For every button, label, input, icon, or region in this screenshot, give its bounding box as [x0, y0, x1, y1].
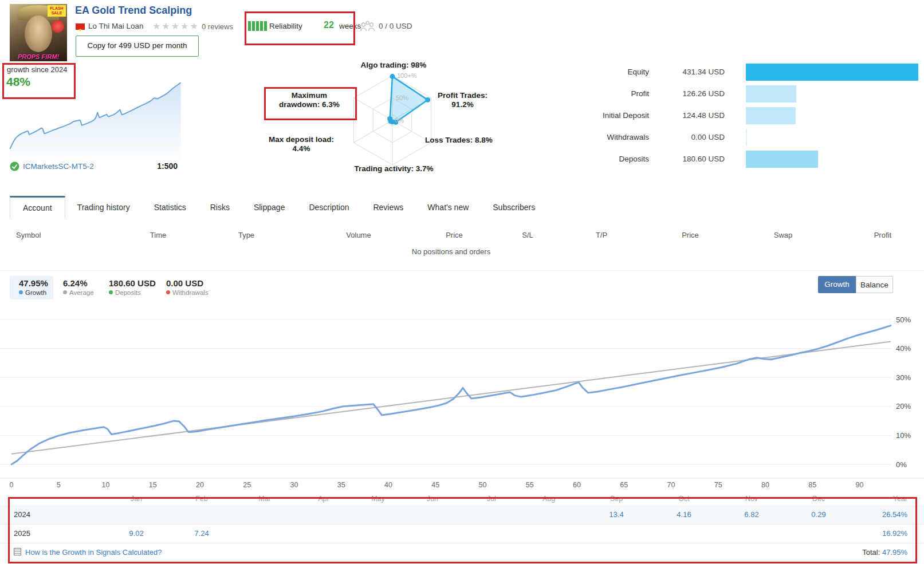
stat-label-withdrawals: Withdrawals: [166, 289, 209, 296]
subscribers-count: 0 / 0 USD: [379, 22, 412, 30]
tab-subscribers[interactable]: Subscribers: [481, 196, 547, 218]
verified-check-icon: [10, 161, 19, 171]
row-year-label: 2024: [14, 505, 30, 524]
signal-avatar[interactable]: FLASH SALE PROPS FIRM!: [10, 4, 67, 61]
equity-row-label: Withdrawals: [607, 129, 649, 146]
month-header-nov: Nov: [745, 495, 758, 503]
month-header-aug: Aug: [542, 495, 555, 503]
radar-label-maximum-drawdown: Maximum drawdown: 6.3%: [274, 91, 344, 109]
growth-calculation-link[interactable]: How is the Growth in Signals Calculated?: [14, 543, 162, 562]
svg-text:30: 30: [290, 481, 298, 489]
month-growth-value: 13.4: [609, 505, 623, 524]
tab-slippage[interactable]: Slippage: [242, 196, 297, 218]
stat-value-growth: 47.95%: [19, 278, 48, 288]
growth-value: 48%: [6, 75, 30, 89]
column-header-swap: Swap: [774, 231, 793, 239]
svg-text:20: 20: [196, 481, 204, 489]
equity-row-bar: [746, 151, 818, 168]
reliability-label: Reliability: [269, 22, 302, 30]
equity-row-bar: [746, 129, 747, 146]
stat-label-deposits: Deposits: [109, 289, 141, 296]
svg-text:50: 50: [479, 481, 487, 489]
stat-label-growth: Growth: [19, 289, 46, 296]
svg-text:85: 85: [808, 481, 816, 489]
stat-value-withdrawals: 0.00 USD: [166, 278, 203, 288]
row-year-label: 2025: [14, 524, 30, 543]
stat-value-average: 6.24%: [63, 278, 88, 288]
svg-text:65: 65: [620, 481, 628, 489]
month-header-feb: Feb: [195, 495, 208, 503]
reviews-count[interactable]: 0 reviews: [202, 22, 233, 31]
svg-text:0: 0: [10, 481, 14, 489]
radar-label-trading-activity: Trading activity: 3.7%: [341, 164, 447, 173]
svg-text:100+%: 100+%: [397, 72, 417, 79]
svg-text:35: 35: [337, 481, 345, 489]
column-header-price: Price: [682, 231, 699, 239]
tab-account[interactable]: Account: [10, 196, 65, 218]
month-header-year: Year: [893, 495, 907, 503]
column-header-s-l: S/L: [522, 231, 533, 239]
legend-dot-icon: [19, 290, 23, 294]
month-header-mar: Mar: [258, 495, 271, 503]
reliability-unit: weeks: [339, 22, 361, 30]
tab-trading-history[interactable]: Trading history: [65, 196, 142, 218]
copy-signal-button[interactable]: Copy for 499 USD per month: [76, 36, 199, 57]
leverage-value: 1:500: [151, 161, 178, 171]
positions-table-header: SymbolTimeTypeVolumePriceS/LT/PPriceSwap…: [0, 231, 924, 240]
tab-bar: AccountTrading historyStatisticsRisksSli…: [10, 195, 547, 218]
svg-text:20%: 20%: [896, 402, 911, 411]
tab-statistics[interactable]: Statistics: [142, 196, 198, 218]
svg-text:0%: 0%: [896, 460, 907, 469]
svg-text:75: 75: [714, 481, 722, 489]
svg-text:25: 25: [243, 481, 251, 489]
svg-text:0%: 0%: [395, 117, 404, 124]
growth-sparkline-chart: [8, 74, 182, 161]
props-firm-banner: PROPS FIRM!: [10, 53, 67, 60]
divider: [0, 524, 924, 524]
legend-dot-icon: [109, 290, 113, 294]
total-growth-value: 47.95%: [882, 548, 907, 557]
equity-row-value: 0.00 USD: [691, 129, 725, 146]
svg-text:90: 90: [856, 481, 864, 489]
svg-text:30%: 30%: [896, 373, 911, 382]
equity-row-label: Initial Deposit: [603, 107, 649, 124]
month-growth-value: 4.16: [677, 505, 691, 524]
author-link[interactable]: Lo Thi Mai Loan: [88, 22, 144, 30]
svg-text:45: 45: [431, 481, 439, 489]
equity-row-label: Equity: [627, 64, 649, 81]
svg-text:50%: 50%: [896, 315, 911, 324]
month-growth-value: 0.29: [811, 505, 825, 524]
divider: [0, 270, 924, 271]
account-growth-chart[interactable]: 0%10%20%30%40%50%05101520253035404550556…: [0, 298, 924, 492]
tab-what-s-new[interactable]: What's new: [415, 196, 481, 218]
svg-text:80: 80: [761, 481, 769, 489]
subscribers-icon: [360, 20, 375, 32]
month-header-sep: Sep: [610, 495, 623, 503]
equity-row-bar: [746, 64, 918, 81]
month-growth-value: 9.02: [129, 524, 143, 543]
sale-sticker: [52, 20, 64, 33]
legend-dot-icon: [166, 290, 170, 294]
equity-row-value: 124.48 USD: [682, 107, 725, 124]
flash-sale-badge: FLASH SALE: [48, 5, 66, 17]
month-header-dec: Dec: [812, 495, 825, 503]
month-header-jan: Jan: [131, 495, 142, 503]
toggle-balance-button[interactable]: Balance: [856, 276, 893, 293]
svg-text:70: 70: [667, 481, 675, 489]
tab-risks[interactable]: Risks: [198, 196, 242, 218]
toggle-growth-button[interactable]: Growth: [818, 276, 856, 293]
svg-text:50%: 50%: [396, 94, 408, 101]
tab-description[interactable]: Description: [297, 196, 361, 218]
table-row-background: [0, 505, 924, 524]
broker-server-link[interactable]: ICMarketsSC-MT5-2: [23, 162, 94, 171]
column-header-type: Type: [238, 231, 254, 239]
svg-text:40: 40: [384, 481, 392, 489]
radar-label-max-deposit-load: Max deposit load: 4.4%: [259, 135, 344, 153]
equity-row-value: 431.34 USD: [682, 64, 725, 81]
growth-caption: growth since 2024: [7, 65, 68, 74]
equity-row-label: Profit: [631, 85, 649, 102]
svg-text:40%: 40%: [896, 344, 911, 353]
column-header-time: Time: [150, 231, 166, 239]
tab-reviews[interactable]: Reviews: [361, 196, 415, 218]
distribution-radar-chart: 100+%50%0%: [261, 57, 501, 180]
